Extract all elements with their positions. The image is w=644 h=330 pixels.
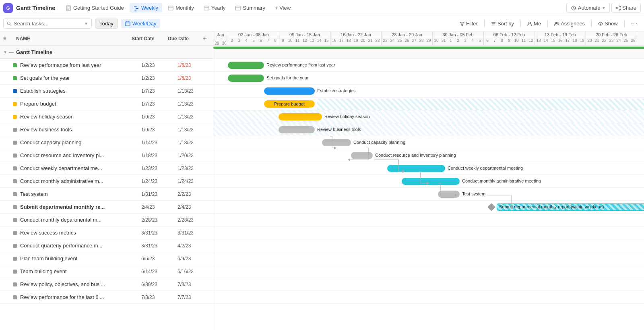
task-start-date: 2/4/23 xyxy=(141,204,178,210)
day-label: 10 xyxy=(287,38,294,43)
task-name: Review performance from last year xyxy=(20,62,141,68)
task-color-dot xyxy=(13,282,17,286)
gantt-bar-resource[interactable] xyxy=(351,152,373,159)
group-header[interactable]: ▼ Gantt Timeline xyxy=(0,46,213,59)
table-row[interactable]: Review business tools 1/9/23 1/13/23 xyxy=(0,123,213,136)
task-start-date: 7/3/23 xyxy=(141,295,178,300)
gantt-bar-holiday[interactable] xyxy=(279,113,322,120)
sort-button[interactable]: Sort by xyxy=(488,19,517,28)
day-label: 18 xyxy=(571,38,578,43)
gantt-bar-row-1: Review performance from last year xyxy=(213,59,644,72)
tab-monthly[interactable]: Monthly xyxy=(164,3,198,12)
gantt-bar-establish[interactable] xyxy=(264,87,315,95)
task-name: Plan team building event xyxy=(20,255,141,262)
task-name: Submit departmental monthly re... xyxy=(20,204,141,210)
divider3 xyxy=(547,20,548,27)
sort-label: Sort by xyxy=(497,21,514,27)
gantt-bar-label: Conduct weekly departmental meeting xyxy=(448,166,523,170)
day-label: 3 xyxy=(235,38,243,43)
task-color-dot xyxy=(13,63,17,67)
calendar-year-icon xyxy=(204,5,209,11)
table-row[interactable]: Conduct resource and inventory pl... 1/1… xyxy=(0,149,213,162)
gantt-bar-monthly-admin[interactable] xyxy=(402,178,460,185)
gantt-bar-budget[interactable]: Prepare budget xyxy=(264,100,315,108)
day-label: 9 xyxy=(279,38,287,43)
assignees-label: Assignees xyxy=(561,21,585,27)
task-name: Establish strategies xyxy=(20,88,141,94)
collapse-icon[interactable]: ≡ xyxy=(3,35,13,42)
svg-point-14 xyxy=(619,6,621,7)
day-label: 10 xyxy=(513,38,520,43)
gantt-bar-review-perf[interactable] xyxy=(228,62,264,69)
gantt-bar-weekly-meeting[interactable] xyxy=(387,165,445,172)
task-due-date: 1/6/23 xyxy=(178,62,210,68)
table-row[interactable]: Conduct quarterly performance m... 3/31/… xyxy=(0,239,213,252)
search-input[interactable] xyxy=(14,21,82,27)
table-row[interactable]: Conduct weekly departmental me... 1/23/2… xyxy=(0,162,213,175)
automate-icon xyxy=(571,5,576,11)
more-options-button[interactable]: ··· xyxy=(628,19,641,29)
task-name: Conduct capacity planning xyxy=(20,139,141,145)
task-color-dot xyxy=(13,231,17,235)
tab-yearly[interactable]: Yearly xyxy=(200,3,230,12)
table-row[interactable]: Review holiday season 1/9/23 1/13/23 xyxy=(0,110,213,123)
day-label: 8 xyxy=(498,38,506,43)
week-day-button[interactable]: Week/Day xyxy=(121,19,161,28)
table-row[interactable]: Conduct monthly administrative m... 1/24… xyxy=(0,175,213,188)
gantt-bar-capacity[interactable] xyxy=(322,139,351,146)
day-label: 21 xyxy=(367,38,374,43)
day-label: 8 xyxy=(272,38,279,43)
divider xyxy=(484,20,485,27)
task-name: Conduct monthly departmental m... xyxy=(20,217,141,223)
day-label: 13 xyxy=(535,38,542,43)
share-button[interactable]: Share xyxy=(611,3,641,13)
table-row[interactable]: Submit departmental monthly re... 2/4/23… xyxy=(0,201,213,214)
tab-weekly[interactable]: Weekly xyxy=(130,3,162,12)
gantt-milestone-diamond[interactable] xyxy=(487,203,495,211)
day-label: 14 xyxy=(542,38,549,43)
add-view-button[interactable]: + View xyxy=(271,3,295,12)
show-button[interactable]: Show xyxy=(595,19,621,28)
filter-icon xyxy=(460,21,464,26)
table-row[interactable]: Team building event 6/14/23 6/16/23 xyxy=(0,265,213,278)
task-name: Conduct monthly administrative m... xyxy=(20,178,141,184)
search-icon xyxy=(7,21,11,26)
me-button[interactable]: Me xyxy=(524,19,544,28)
assignees-button[interactable]: Assignees xyxy=(551,19,588,28)
task-color-dot xyxy=(13,128,17,132)
tab-summary[interactable]: Summary xyxy=(231,3,269,12)
week-label: 09 Jan - 15 Jan xyxy=(279,31,330,38)
task-color-dot xyxy=(13,218,17,222)
table-row[interactable]: Plan team building event 6/5/23 6/9/23 xyxy=(0,252,213,265)
task-color-dot xyxy=(13,295,17,299)
table-row[interactable]: Prepare budget 1/7/23 1/13/23 xyxy=(0,98,213,110)
gantt-bar-biz-tools[interactable] xyxy=(279,126,315,133)
day-label: 19 xyxy=(578,38,586,43)
gantt-bar-set-goals[interactable] xyxy=(228,75,264,82)
table-row[interactable]: Review performance from last year 1/2/23… xyxy=(0,59,213,72)
day-labels: 6 7 8 9 10 11 12 xyxy=(484,38,535,43)
day-label: 24 xyxy=(615,38,622,43)
tab-getting-started[interactable]: Getting Started Guide xyxy=(62,3,128,12)
task-due-date: 2/4/23 xyxy=(178,204,210,210)
automate-button[interactable]: Automate ▼ xyxy=(566,3,610,13)
task-start-date: 1/9/23 xyxy=(141,127,178,133)
task-start-date: 1/2/23 xyxy=(141,62,178,68)
task-start-date: 3/31/23 xyxy=(141,243,178,249)
table-row[interactable]: Test system 1/31/23 2/2/23 xyxy=(0,188,213,201)
today-button[interactable]: Today xyxy=(95,19,118,29)
gantt-bar-test-system[interactable] xyxy=(438,191,460,198)
table-row[interactable]: Review success metrics 3/31/23 3/31/23 xyxy=(0,226,213,239)
search-box[interactable]: ▼ xyxy=(3,19,92,29)
table-row[interactable]: Review policy, objectives, and busi... 6… xyxy=(0,278,213,291)
add-column-button[interactable]: + xyxy=(200,35,210,42)
summary-icon xyxy=(235,5,241,11)
task-due-date: 3/31/23 xyxy=(178,230,210,236)
table-row[interactable]: Set goals for the year 1/2/23 1/6/23 xyxy=(0,72,213,85)
task-due-date: 7/3/23 xyxy=(178,282,210,287)
table-row[interactable]: Conduct capacity planning 1/14/23 1/18/2… xyxy=(0,136,213,149)
table-row[interactable]: Establish strategies 1/7/23 1/13/23 xyxy=(0,85,213,98)
table-row[interactable]: Conduct monthly departmental m... 2/28/2… xyxy=(0,214,213,226)
table-row[interactable]: Review performance for the last 6 ... 7/… xyxy=(0,291,213,304)
filter-button[interactable]: Filter xyxy=(456,19,481,28)
